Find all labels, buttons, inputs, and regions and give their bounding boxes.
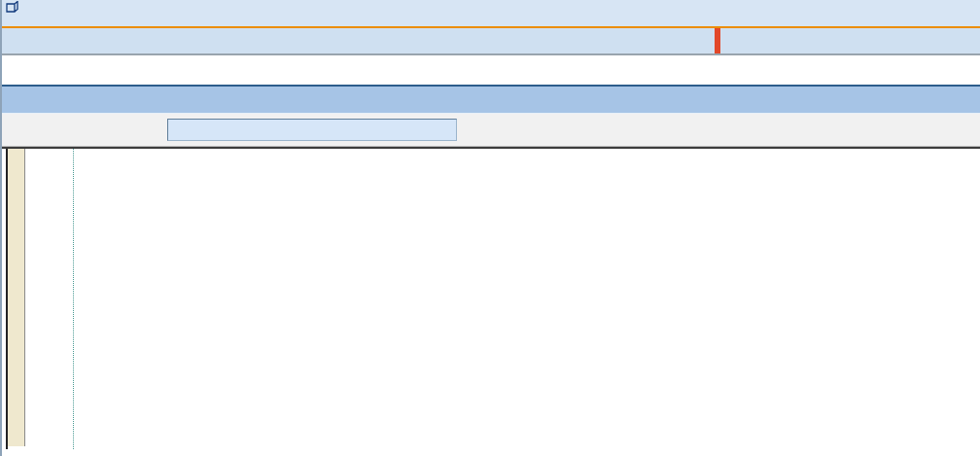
standard-toolbar: [2, 28, 980, 55]
sap-document-icon: [6, 1, 18, 13]
gutter-separator: [73, 149, 74, 449]
sap-gui-window: [0, 0, 980, 456]
title-bar: [2, 55, 980, 85]
application-toolbar: [2, 87, 980, 114]
menu-bar: [2, 13, 980, 26]
toolbar-endcap: [715, 28, 720, 53]
report-input[interactable]: [167, 119, 457, 141]
code-editor[interactable]: [2, 147, 980, 449]
report-row: [2, 114, 980, 147]
breakpoint-margin[interactable]: [8, 149, 25, 446]
window-top-bar: [2, 0, 980, 13]
